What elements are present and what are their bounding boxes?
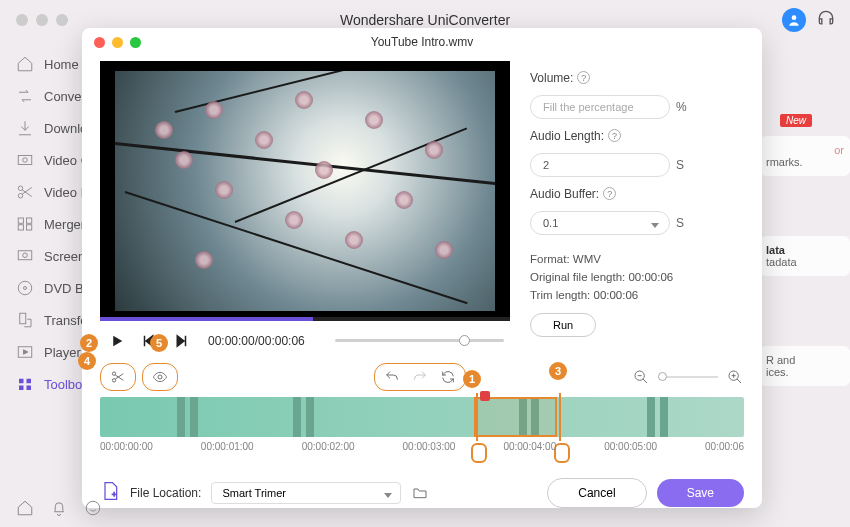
audio-length-unit: S — [676, 158, 684, 172]
zoom-out-icon[interactable] — [632, 368, 650, 386]
svg-rect-13 — [20, 313, 26, 324]
home-status-icon[interactable] — [16, 499, 34, 521]
cancel-button[interactable]: Cancel — [547, 478, 646, 508]
peek-card: R and ices. — [760, 346, 850, 386]
svg-point-2 — [23, 158, 28, 163]
cut-group — [100, 363, 136, 391]
zoom-in-icon[interactable] — [726, 368, 744, 386]
right-peek: New or rmarks. lata tadata R and ices. — [760, 110, 850, 386]
annotation-4: 4 — [78, 352, 96, 370]
svg-rect-15 — [19, 379, 24, 384]
modal-title: YouTube Intro.wmv — [82, 35, 762, 49]
modal-footer: File Location: Smart Trimer Cancel Save — [82, 470, 762, 508]
redo-icon[interactable] — [411, 368, 429, 386]
minimize-icon[interactable] — [112, 37, 123, 48]
settings-panel: Volume:? Fill the percentage % Audio Len… — [530, 61, 744, 361]
svg-rect-9 — [18, 251, 32, 260]
volume-input[interactable]: Fill the percentage — [530, 95, 670, 119]
svg-rect-7 — [18, 225, 23, 230]
record-icon — [16, 247, 34, 265]
download-icon — [16, 119, 34, 137]
svg-rect-8 — [27, 225, 32, 230]
dvd-icon — [16, 279, 34, 297]
volume-label: Volume: — [530, 71, 573, 85]
sidebar-item-label: Merger — [44, 217, 85, 232]
merger-icon — [16, 215, 34, 233]
save-button[interactable]: Save — [657, 479, 744, 507]
audio-buffer-unit: S — [676, 216, 684, 230]
convert-icon — [16, 87, 34, 105]
eye-icon[interactable] — [151, 368, 169, 386]
video-frame — [115, 71, 495, 311]
edit-toolbar — [82, 361, 762, 393]
traffic-dot — [56, 14, 68, 26]
annotation-1: 1 — [463, 370, 481, 388]
audio-buffer-label: Audio Buffer: — [530, 187, 599, 201]
original-length-info: Original file length: 00:00:06 — [530, 271, 744, 283]
svg-rect-6 — [27, 218, 32, 223]
audio-length-label: Audio Length: — [530, 129, 604, 143]
annotation-3: 3 — [549, 362, 567, 380]
svg-rect-18 — [27, 386, 32, 391]
history-group — [374, 363, 466, 391]
feedback-icon[interactable] — [84, 499, 102, 521]
sidebar-item-label: Home — [44, 57, 79, 72]
folder-icon[interactable] — [411, 484, 429, 502]
avatar[interactable] — [782, 8, 806, 32]
format-info: Format: WMV — [530, 253, 744, 265]
timeline[interactable]: 00:00:00:00 00:00:01:00 00:00:02:00 00:0… — [100, 397, 744, 464]
file-location-label: File Location: — [130, 486, 201, 500]
new-badge: New — [780, 114, 812, 127]
support-icon[interactable] — [816, 8, 836, 32]
timecode: 00:00:00/00:00:06 — [208, 334, 305, 348]
undo-icon[interactable] — [383, 368, 401, 386]
bell-icon[interactable] — [50, 499, 68, 521]
video-preview[interactable] — [100, 61, 510, 321]
zoom-controls — [632, 368, 744, 386]
player-icon — [16, 343, 34, 361]
svg-point-24 — [86, 501, 100, 515]
peek-card: lata tadata — [760, 236, 850, 276]
modal-traffic — [94, 37, 141, 48]
file-location-select[interactable]: Smart Trimer — [211, 482, 401, 504]
run-button[interactable]: Run — [530, 313, 596, 337]
next-frame-button[interactable] — [170, 330, 192, 352]
timeline-selection[interactable] — [474, 397, 558, 437]
svg-rect-17 — [19, 386, 24, 391]
trimmer-modal: YouTube Intro.wmv — [82, 28, 762, 508]
maximize-icon[interactable] — [130, 37, 141, 48]
preview-group — [142, 363, 178, 391]
video-progress[interactable] — [100, 317, 510, 321]
modal-titlebar: YouTube Intro.wmv — [82, 28, 762, 57]
close-icon[interactable] — [94, 37, 105, 48]
home-icon — [16, 55, 34, 73]
playhead[interactable] — [480, 391, 490, 401]
refresh-icon[interactable] — [439, 368, 457, 386]
sidebar-item-label: Player — [44, 345, 81, 360]
help-icon[interactable]: ? — [608, 129, 621, 142]
help-icon[interactable]: ? — [603, 187, 616, 200]
audio-buffer-select[interactable]: 0.1 — [530, 211, 670, 235]
audio-length-input[interactable]: 2 — [530, 153, 670, 177]
annotation-5: 5 — [150, 334, 168, 352]
volume-slider[interactable] — [335, 339, 504, 342]
volume-unit: % — [676, 100, 687, 114]
scissors-icon — [16, 183, 34, 201]
svg-point-0 — [792, 15, 797, 20]
play-button[interactable] — [106, 330, 128, 352]
svg-rect-1 — [18, 156, 32, 165]
svg-rect-5 — [18, 218, 23, 223]
svg-point-12 — [24, 287, 27, 290]
transfer-icon — [16, 311, 34, 329]
cut-icon[interactable] — [109, 368, 127, 386]
annotation-2: 2 — [80, 334, 98, 352]
compress-icon — [16, 151, 34, 169]
svg-point-20 — [112, 378, 115, 381]
toolbox-icon — [16, 375, 34, 393]
add-file-icon[interactable] — [100, 481, 120, 505]
zoom-slider[interactable] — [658, 376, 718, 378]
traffic-dot — [16, 14, 28, 26]
traffic-dot — [36, 14, 48, 26]
trim-length-info: Trim length: 00:00:06 — [530, 289, 744, 301]
help-icon[interactable]: ? — [577, 71, 590, 84]
